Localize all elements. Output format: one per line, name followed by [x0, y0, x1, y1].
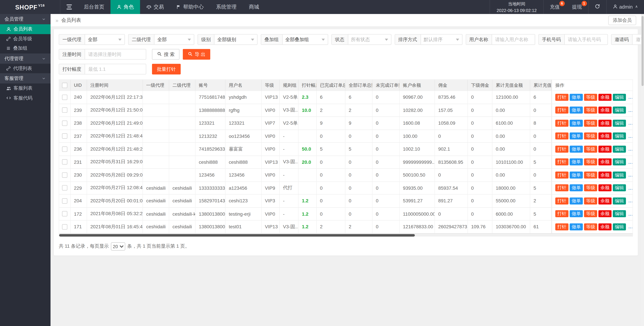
user-menu[interactable]: admin ∧: [606, 0, 644, 14]
sidebar-group-member-management[interactable]: 会员管理: [0, 14, 50, 24]
filter-group-select[interactable]: 全部叠加组: [282, 35, 328, 45]
row-checkbox[interactable]: [62, 133, 68, 139]
edit-button[interactable]: 编辑: [613, 223, 626, 230]
order-button[interactable]: 做单: [570, 145, 583, 153]
filter-username-input[interactable]: [492, 35, 534, 45]
row-checkbox[interactable]: [62, 211, 68, 217]
inject-button[interactable]: 打针: [555, 172, 568, 179]
balance-button[interactable]: 余额: [598, 120, 612, 127]
filter-sort-select[interactable]: 默认排序: [421, 35, 462, 45]
balance-button[interactable]: 余额: [598, 172, 612, 179]
sidebar-toggle-button[interactable]: [60, 0, 78, 14]
inject-button[interactable]: 打针: [555, 120, 568, 127]
level-button[interactable]: 等级: [584, 172, 597, 179]
row-checkbox[interactable]: [62, 107, 68, 113]
inject-range-input[interactable]: [85, 64, 146, 74]
more-actions-button[interactable]: ...: [628, 224, 632, 229]
row-checkbox[interactable]: [62, 198, 68, 204]
row-checkbox[interactable]: [62, 172, 68, 178]
balance-button[interactable]: 余额: [598, 210, 612, 217]
level-button[interactable]: 等级: [584, 198, 597, 205]
level-button[interactable]: 等级: [584, 223, 597, 230]
more-actions-button[interactable]: ...: [628, 159, 632, 165]
search-button[interactable]: 搜 索: [152, 49, 180, 60]
order-button[interactable]: 做单: [570, 185, 583, 192]
row-checkbox[interactable]: [62, 94, 68, 100]
inject-button[interactable]: 打针: [555, 210, 568, 217]
more-actions-button[interactable]: ...: [628, 186, 632, 190]
inject-button[interactable]: 打针: [555, 94, 568, 101]
inject-button[interactable]: 打针: [555, 185, 568, 192]
level-button[interactable]: 等级: [584, 107, 597, 114]
balance-button[interactable]: 余额: [598, 158, 612, 166]
order-button[interactable]: 做单: [570, 223, 583, 230]
level-button[interactable]: 等级: [584, 210, 597, 217]
level-button[interactable]: 等级: [584, 158, 597, 166]
level-button[interactable]: 等级: [584, 133, 597, 140]
sidebar-item-stack-group[interactable]: 叠加组: [0, 44, 50, 53]
inject-button[interactable]: 打针: [555, 145, 568, 153]
sidebar-item-member-level[interactable]: 会员等级: [0, 34, 50, 44]
register-time-input[interactable]: [85, 49, 146, 59]
sidebar-item-agent-list[interactable]: 代理列表: [0, 64, 50, 73]
filter-status-select[interactable]: 所有状态: [348, 35, 391, 45]
balance-button[interactable]: 余额: [598, 94, 612, 101]
row-checkbox[interactable]: [62, 146, 68, 152]
refresh-button[interactable]: [588, 0, 606, 14]
edit-button[interactable]: 编辑: [613, 94, 626, 101]
level-button[interactable]: 等级: [584, 185, 597, 192]
row-checkbox[interactable]: [62, 159, 68, 165]
order-button[interactable]: 做单: [570, 107, 583, 114]
edit-button[interactable]: 编辑: [613, 145, 626, 153]
level-button[interactable]: 等级: [584, 120, 597, 127]
export-button[interactable]: 导 出: [183, 49, 210, 60]
balance-button[interactable]: 余额: [598, 133, 612, 140]
topbar-menu-help[interactable]: 帮助中心: [170, 0, 210, 14]
inject-button[interactable]: 打针: [555, 158, 568, 166]
horizontal-scrollbar-thumb[interactable]: [59, 234, 415, 236]
level-button[interactable]: 等级: [584, 94, 597, 101]
inject-button[interactable]: 打针: [555, 133, 568, 140]
more-actions-button[interactable]: ...: [628, 199, 632, 203]
sidebar-group-agent-management[interactable]: 代理管理: [0, 53, 50, 64]
balance-button[interactable]: 余额: [598, 198, 612, 205]
topbar-menu-role[interactable]: 角色: [110, 0, 140, 14]
inject-button[interactable]: 打针: [555, 107, 568, 114]
row-checkbox[interactable]: [62, 120, 68, 126]
topbar-menu-home[interactable]: 后台首页: [78, 0, 110, 14]
select-all-checkbox[interactable]: [62, 83, 68, 88]
order-button[interactable]: 做单: [570, 133, 583, 140]
more-actions-button[interactable]: ...: [628, 146, 632, 151]
recharge-button[interactable]: 充值 6: [544, 0, 566, 14]
more-actions-button[interactable]: ...: [628, 95, 632, 100]
sidebar-item-service-list[interactable]: 客服列表: [0, 84, 50, 93]
row-checkbox[interactable]: [62, 185, 68, 191]
order-button[interactable]: 做单: [570, 210, 583, 217]
sidebar-item-service-code[interactable]: 客服代码: [0, 93, 50, 103]
filter-phone-input[interactable]: [564, 35, 607, 45]
edit-button[interactable]: 编辑: [613, 172, 626, 179]
inject-button[interactable]: 打针: [555, 223, 568, 230]
withdraw-button[interactable]: 提现 1: [566, 0, 588, 14]
sidebar-group-service-management[interactable]: 客服管理: [0, 73, 50, 84]
order-button[interactable]: 做单: [570, 172, 583, 179]
order-button[interactable]: 做单: [570, 158, 583, 166]
vertical-scrollbar[interactable]: [641, 14, 644, 326]
level-button[interactable]: 等级: [584, 145, 597, 153]
row-checkbox[interactable]: [62, 224, 68, 229]
more-actions-button[interactable]: ...: [628, 211, 632, 216]
order-button[interactable]: 做单: [570, 198, 583, 205]
balance-button[interactable]: 余额: [598, 223, 612, 230]
inject-button[interactable]: 打针: [555, 198, 568, 205]
edit-button[interactable]: 编辑: [613, 133, 626, 140]
order-button[interactable]: 做单: [570, 120, 583, 127]
balance-button[interactable]: 余额: [598, 145, 612, 153]
vertical-scrollbar-thumb[interactable]: [642, 16, 644, 86]
batch-inject-button[interactable]: 批量打针: [152, 64, 181, 74]
more-actions-button[interactable]: ...: [628, 173, 632, 178]
filter-agent1-select[interactable]: 全部: [85, 35, 124, 45]
sidebar-item-member-list[interactable]: 会员列表: [0, 24, 50, 34]
balance-button[interactable]: 余额: [598, 107, 612, 114]
more-actions-button[interactable]: ...: [628, 121, 632, 125]
edit-button[interactable]: 编辑: [613, 158, 626, 166]
